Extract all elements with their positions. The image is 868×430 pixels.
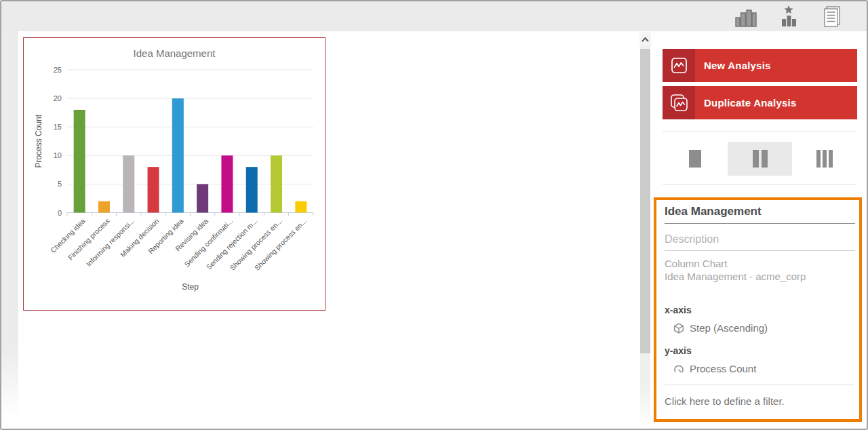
measure-gauge-icon — [673, 364, 684, 374]
two-column-layout-button[interactable] — [728, 142, 793, 176]
scroll-up-arrow-icon[interactable] — [639, 33, 651, 46]
analysis-title-field[interactable]: Idea Management — [665, 205, 855, 224]
data-source-text: Idea Management - acme_corp — [665, 270, 855, 283]
bar[interactable] — [123, 155, 134, 212]
layout-toggle-group — [663, 142, 857, 176]
x-axis-title: Step — [182, 282, 199, 292]
x-category-label: Finishing process — [66, 216, 111, 261]
chart-title: Idea Management — [134, 47, 216, 59]
scrollbar-thumb[interactable] — [640, 49, 650, 353]
bar[interactable] — [197, 184, 208, 212]
panel-divider — [665, 385, 854, 385]
bar[interactable] — [172, 98, 184, 212]
y-tick-label: 15 — [54, 123, 62, 131]
new-analysis-chart-icon — [663, 49, 695, 82]
y-tick-label: 20 — [54, 94, 62, 102]
x-axis-heading: x-axis — [665, 305, 855, 315]
left-edge-strip — [1, 31, 18, 418]
y-axis-heading: y-axis — [665, 345, 855, 356]
three-column-layout-icon — [816, 150, 833, 168]
chart-meta: Column Chart Idea Management - acme_corp — [665, 257, 855, 283]
bar[interactable] — [295, 201, 307, 213]
bar[interactable] — [271, 155, 282, 212]
duplicate-analysis-icon — [663, 86, 695, 119]
new-analysis-button[interactable]: New Analysis — [663, 49, 857, 82]
analyses-charts-icon[interactable] — [731, 3, 760, 29]
analysis-chart-card[interactable]: 0510152025Checking ideaFinishing process… — [23, 37, 326, 311]
new-analysis-label: New Analysis — [704, 60, 771, 71]
bar[interactable] — [148, 167, 159, 212]
reports-icon[interactable] — [818, 3, 846, 29]
sidebar-divider-top — [663, 132, 857, 132]
favorite-analysis-icon[interactable] — [774, 3, 803, 29]
column-chart: 0510152025Checking ideaFinishing process… — [24, 38, 325, 310]
x-axis-value: Step (Ascending) — [690, 322, 768, 334]
dimension-cube-icon — [673, 323, 684, 334]
app-window: 0510152025Checking ideaFinishing process… — [0, 0, 868, 430]
three-column-layout-button[interactable] — [792, 142, 857, 176]
y-tick-label: 0 — [58, 209, 62, 217]
two-column-layout-icon — [753, 150, 768, 168]
y-tick-label: 5 — [58, 180, 62, 188]
bar[interactable] — [74, 110, 85, 213]
one-column-layout-icon — [689, 150, 701, 168]
y-tick-label: 10 — [54, 151, 62, 159]
duplicate-analysis-button[interactable]: Duplicate Analysis — [663, 86, 857, 119]
define-filter-link[interactable]: Click here to define a filter. — [665, 395, 855, 407]
top-bar — [1, 1, 867, 31]
analysis-settings-panel: Idea Management Description Column Chart… — [654, 197, 862, 422]
bar[interactable] — [221, 155, 233, 212]
description-field[interactable]: Description — [665, 233, 855, 251]
x-axis-dimension-row[interactable]: Step (Ascending) — [673, 322, 855, 334]
duplicate-analysis-label: Duplicate Analysis — [704, 97, 796, 109]
y-axis-value: Process Count — [690, 363, 756, 374]
y-axis-title: Process Count — [34, 114, 43, 168]
vertical-scrollbar[interactable] — [639, 33, 651, 430]
y-tick-label: 25 — [54, 66, 62, 74]
one-column-layout-button[interactable] — [663, 142, 728, 176]
bar[interactable] — [246, 167, 258, 212]
bar[interactable] — [98, 201, 110, 213]
y-axis-measure-row[interactable]: Process Count — [673, 363, 855, 374]
sidebar-divider-bottom — [663, 184, 857, 184]
chart-type-text: Column Chart — [665, 257, 855, 270]
